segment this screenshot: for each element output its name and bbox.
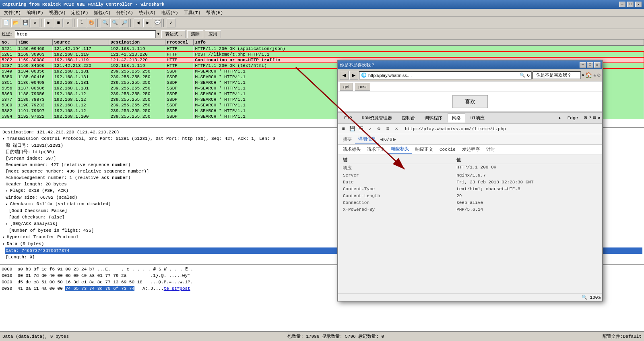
resp-header-row: X-Powered-ByPHP/5.6.14 bbox=[340, 206, 601, 213]
filter-input[interactable] bbox=[15, 30, 156, 38]
tb-forward[interactable]: ▶ bbox=[143, 19, 152, 27]
dev-clear-button[interactable]: ↙ bbox=[366, 125, 374, 133]
menu-help[interactable]: 帮助(H) bbox=[204, 9, 225, 16]
dev-filter-button[interactable]: ≡ bbox=[384, 125, 391, 133]
dev-docked-icon[interactable]: ⊡ bbox=[584, 115, 587, 121]
tb-save[interactable]: 💾 bbox=[21, 19, 30, 27]
browser-forward-button[interactable]: ▶ bbox=[349, 71, 358, 80]
menu-analyze[interactable]: 分析(A) bbox=[114, 9, 136, 16]
dev-tab-ui[interactable]: UI响应 bbox=[466, 113, 489, 123]
dev-settings-button[interactable]: ⚙ bbox=[375, 125, 382, 133]
maximize-button[interactable]: □ bbox=[627, 2, 634, 7]
menu-file[interactable]: 文件(F) bbox=[2, 9, 23, 16]
tb-open[interactable]: 📂 bbox=[11, 19, 20, 27]
browser-title-bar: 你是不是喜欢我？ ─ □ ✕ bbox=[338, 60, 602, 69]
browser-url-bar[interactable]: 🌐 🔍 ↻ bbox=[359, 71, 532, 79]
browser-settings-icon[interactable]: ⚙ bbox=[597, 72, 601, 79]
col-source: Source bbox=[52, 40, 109, 46]
window-controls[interactable]: ─ □ ✕ bbox=[619, 2, 642, 7]
dev-tab-dom[interactable]: DOM资源管理器 bbox=[357, 113, 396, 123]
like-button[interactable]: 喜欢 bbox=[452, 95, 488, 108]
tb-checksum[interactable]: ✓ bbox=[167, 19, 175, 27]
dev-tab-debugger[interactable]: 调试程序 bbox=[420, 113, 447, 123]
zoom-level: 🔍 100% bbox=[582, 295, 601, 300]
main-toolbar: 📄 📂 💾 ✕ ▶ ■ ↺ ⤵ 🎨 🔍 🔍 🔎 ◀ ▶ 💬 ✓ bbox=[0, 17, 644, 29]
browser-maximize[interactable]: □ bbox=[587, 62, 593, 68]
menu-capture[interactable]: 抓包(C) bbox=[91, 9, 113, 16]
dev-close-icon[interactable]: ✕ bbox=[598, 115, 601, 121]
dev-nav-prev[interactable]: ◀ bbox=[380, 136, 383, 143]
net-tab-response-body[interactable]: 响应正文 bbox=[412, 146, 436, 153]
browser-search-close[interactable]: ✕ bbox=[582, 72, 584, 78]
minimize-button[interactable]: ─ bbox=[619, 2, 625, 7]
packet-row-5281[interactable]: 52811169.30963192.168.1.119121.42.213.22… bbox=[0, 52, 644, 57]
net-tab-request-body[interactable]: 请求正文 bbox=[364, 146, 388, 153]
filter-dropdown-icon[interactable]: ▼ bbox=[157, 32, 160, 36]
browser-window-controls[interactable]: ─ □ ✕ bbox=[580, 62, 601, 68]
tb-zoom-in[interactable]: 🔍 bbox=[101, 19, 109, 27]
net-tab-response-headers[interactable]: 响应标头 bbox=[388, 145, 412, 154]
dev-import-button[interactable]: ☰ bbox=[357, 125, 365, 133]
get-button[interactable]: get bbox=[340, 83, 353, 91]
tb-scroll[interactable]: ⤵ bbox=[77, 19, 86, 27]
dev-tab-f12[interactable]: F12 bbox=[340, 114, 357, 122]
browser-url-input[interactable] bbox=[368, 73, 518, 78]
menu-tools[interactable]: 工具(T) bbox=[182, 9, 203, 16]
dev-tab-more-icon[interactable]: ▸ bbox=[558, 115, 561, 121]
dev-help-icon[interactable]: ? bbox=[588, 115, 591, 121]
menu-phone[interactable]: 电话(Y) bbox=[159, 9, 181, 16]
tb-stop[interactable]: ■ bbox=[54, 19, 63, 27]
tb-colorize[interactable]: 🎨 bbox=[87, 19, 96, 27]
menu-goto[interactable]: 定位(G) bbox=[69, 9, 91, 16]
tb-back[interactable]: ◀ bbox=[134, 19, 142, 27]
resp-col-key: 键 bbox=[340, 156, 453, 164]
dev-record-button[interactable]: ■ bbox=[340, 125, 347, 133]
close-button[interactable]: ✕ bbox=[635, 2, 642, 7]
app-title: Capturing from Realtek PCIe GBE Family C… bbox=[2, 2, 165, 7]
menu-stats[interactable]: 统计(S) bbox=[136, 9, 158, 16]
col-info: Info bbox=[193, 40, 644, 46]
browser-back-button[interactable]: ◀ bbox=[340, 71, 349, 80]
tb-start[interactable]: ▶ bbox=[44, 19, 53, 27]
net-tab-cookie[interactable]: Cookie bbox=[436, 146, 459, 153]
tb-expert[interactable]: 💬 bbox=[153, 19, 162, 27]
dev-tab-network[interactable]: 网络 bbox=[448, 113, 465, 123]
browser-search-icon[interactable]: 🔍 bbox=[520, 73, 525, 78]
dev-detail-tab-detail[interactable]: 详细信息 bbox=[355, 135, 379, 143]
packet-row-5221[interactable]: 52211156.09460121.42.194.117192.168.1.11… bbox=[0, 46, 644, 52]
network-tab-bar: 请求标头 请求正文 响应标头 响应正文 Cookie 发起程序 计时 bbox=[338, 145, 602, 154]
response-headers-panel: 键 值 响应HTTP/1.1 200 OKServernginx/1.9.7Da… bbox=[338, 154, 602, 293]
filter-clear-button[interactable]: 清除 bbox=[187, 30, 203, 38]
browser-close[interactable]: ✕ bbox=[594, 62, 601, 68]
tb-zoom-out[interactable]: 🔎 bbox=[120, 19, 129, 27]
browser-favorite-icon[interactable]: ★ bbox=[593, 72, 596, 79]
net-tab-request-headers[interactable]: 请求标头 bbox=[340, 146, 364, 153]
tb-restart[interactable]: ↺ bbox=[64, 19, 72, 27]
resp-header-row: Connectionkeep-alive bbox=[340, 200, 601, 206]
resp-col-value: 值 bbox=[453, 156, 601, 164]
dev-export-button[interactable]: 💾 bbox=[349, 125, 356, 133]
dev-detail-tab-summary[interactable]: 摘要 bbox=[340, 135, 355, 143]
tb-zoom-normal[interactable]: 🔍 bbox=[110, 19, 119, 27]
tb-close[interactable]: ✕ bbox=[31, 19, 39, 27]
dev-close-button[interactable]: ✕ bbox=[393, 125, 400, 133]
menu-edit[interactable]: 编辑(E) bbox=[24, 9, 46, 16]
dev-undock-icon[interactable]: ⊞ bbox=[593, 115, 596, 121]
browser-page-title: 你是不是喜欢我？ bbox=[340, 62, 375, 68]
like-area: 喜欢 bbox=[338, 92, 602, 112]
col-dest: Destination bbox=[109, 40, 165, 46]
net-tab-timing[interactable]: 计时 bbox=[483, 146, 498, 153]
menu-view[interactable]: 视图(V) bbox=[47, 9, 68, 16]
browser-minimize[interactable]: ─ bbox=[580, 62, 586, 68]
tb-new[interactable]: 📄 bbox=[2, 19, 10, 27]
dev-tab-edge[interactable]: Edge bbox=[563, 114, 582, 122]
filter-expression-button[interactable]: 表达式... bbox=[161, 30, 186, 38]
dev-nav-next[interactable]: ▶ bbox=[393, 136, 396, 143]
browser-search-field: 你是不是喜欢我？ bbox=[533, 71, 581, 79]
net-tab-initiator[interactable]: 发起程序 bbox=[459, 146, 483, 153]
browser-refresh-icon[interactable]: ↻ bbox=[527, 73, 530, 78]
dev-tab-console[interactable]: 控制台 bbox=[397, 113, 419, 123]
browser-home-icon[interactable]: 🏠 bbox=[585, 72, 592, 79]
filter-apply-button[interactable]: 应用 bbox=[205, 30, 221, 38]
post-button[interactable]: post bbox=[355, 83, 370, 91]
